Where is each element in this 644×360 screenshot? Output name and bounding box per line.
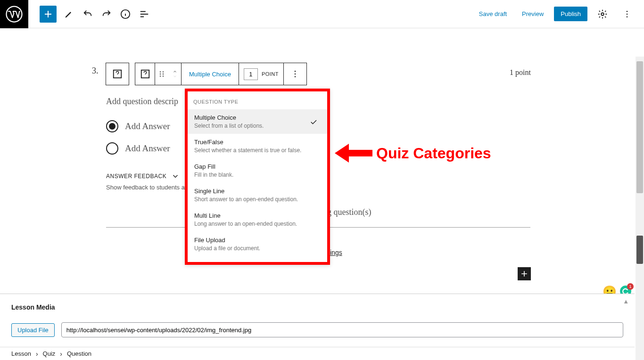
breadcrumb: Lesson › Quiz › Question [0,347,635,360]
info-icon[interactable] [117,6,134,23]
undo-icon[interactable] [79,6,96,23]
more-options-icon[interactable] [619,6,636,23]
breadcrumb-separator: › [60,350,62,358]
scroll-thumb-inner[interactable] [636,236,643,264]
feedback-description: Show feedback to students afte [106,184,191,191]
svg-point-5 [627,16,628,17]
file-path-input-1[interactable] [61,322,623,337]
block-toolbar-1 [106,63,129,85]
add-block-inline-button[interactable] [518,267,531,280]
collapse-icon[interactable]: ▲ [623,298,629,305]
publish-button[interactable]: Publish [554,7,587,21]
block-more-icon[interactable] [284,63,306,85]
move-arrows[interactable] [168,63,182,85]
points-display: 1 point [510,68,531,77]
editor-canvas: 3. 1 point Multiple Choice POINT Add que… [0,28,644,360]
breadcrumb-question[interactable]: Question [67,350,91,357]
dropdown-item-file-upload[interactable]: File Upload Upload a file or document. [188,232,327,256]
answer-option-1[interactable]: Add Answer [106,120,170,132]
question-type-icon[interactable] [135,63,155,85]
svg-point-14 [295,71,296,72]
feedback-label: ANSWER FEEDBACK [106,173,166,180]
svg-point-11 [163,74,164,74]
upload-row-1: Upload File [11,322,623,337]
annotation-label: Quiz Categories [376,145,491,162]
radio-unselected-icon[interactable] [106,142,118,155]
question-type-button[interactable]: Multiple Choice [182,63,239,85]
redo-icon[interactable] [98,6,115,23]
answer-text-1[interactable]: Add Answer [125,121,170,131]
point-cell: POINT [239,63,284,85]
point-label: POINT [262,71,279,77]
wordpress-logo[interactable] [0,0,28,28]
preview-button[interactable]: Preview [517,8,548,20]
dropdown-item-gap-fill[interactable]: Gap Fill Fill in the blank. [188,158,327,183]
answer-feedback-toggle[interactable]: ANSWER FEEDBACK [106,172,180,180]
add-block-button[interactable] [40,6,57,23]
question-number: 3. [92,66,99,76]
settings-gear-icon[interactable] [594,6,611,23]
badge-count: 1 [627,283,634,290]
lesson-media-title: Lesson Media [11,303,623,311]
svg-point-3 [627,10,628,12]
dropdown-item-true-false[interactable]: True/False Select whether a statement is… [188,134,327,158]
svg-point-10 [160,74,161,74]
breadcrumb-quiz[interactable]: Quiz [43,350,56,357]
dropdown-item-multiple-choice[interactable]: Multiple Choice Select from a list of op… [188,109,327,134]
svg-point-15 [295,74,296,75]
top-right-actions: Save draft Preview Publish [474,6,644,23]
breadcrumb-separator: › [36,350,38,358]
svg-point-16 [295,76,296,78]
question-description-placeholder[interactable]: Add question descrip [106,97,178,106]
chevron-up-icon[interactable] [172,69,178,74]
scrollbar[interactable] [636,57,644,360]
block-toolbar-2: Multiple Choice POINT [135,63,307,85]
question-type-dropdown: QUESTION TYPE Multiple Choice Select fro… [185,89,330,265]
dropdown-item-multi-line[interactable]: Multi Line Long answer to an open-ended … [188,207,327,232]
svg-point-4 [627,13,628,15]
svg-point-12 [160,75,161,76]
question-block-icon[interactable] [106,63,129,85]
svg-point-9 [163,71,164,72]
answer-text-2[interactable]: Add Answer [125,143,170,154]
arrow-icon [335,141,372,165]
quiz-settings-link[interactable]: ings [330,249,342,256]
radio-selected-icon[interactable] [106,120,118,132]
outline-icon[interactable] [136,6,153,23]
existing-question-text: g question(s) [327,207,372,217]
breadcrumb-lesson[interactable]: Lesson [11,350,31,357]
chevron-down-icon[interactable] [172,74,178,79]
edit-tool-icon[interactable] [60,6,77,23]
chevron-down-icon [171,172,180,180]
svg-point-13 [163,75,164,76]
svg-point-0 [7,6,22,22]
svg-point-8 [160,71,161,72]
save-draft-button[interactable]: Save draft [474,8,512,20]
dropdown-header: QUESTION TYPE [188,91,327,109]
editor-top-bar: Save draft Preview Publish [0,0,644,28]
answer-option-2[interactable]: Add Answer [106,142,170,155]
point-input[interactable] [244,68,258,80]
drag-handle-icon[interactable] [155,63,168,85]
dropdown-item-single-line[interactable]: Single Line Short answer to an open-ende… [188,183,327,207]
scroll-thumb[interactable] [636,61,643,193]
svg-point-2 [601,13,604,16]
upload-file-button-1[interactable]: Upload File [11,323,55,337]
check-icon [309,118,318,126]
annotation-arrow: Quiz Categories [335,141,491,165]
